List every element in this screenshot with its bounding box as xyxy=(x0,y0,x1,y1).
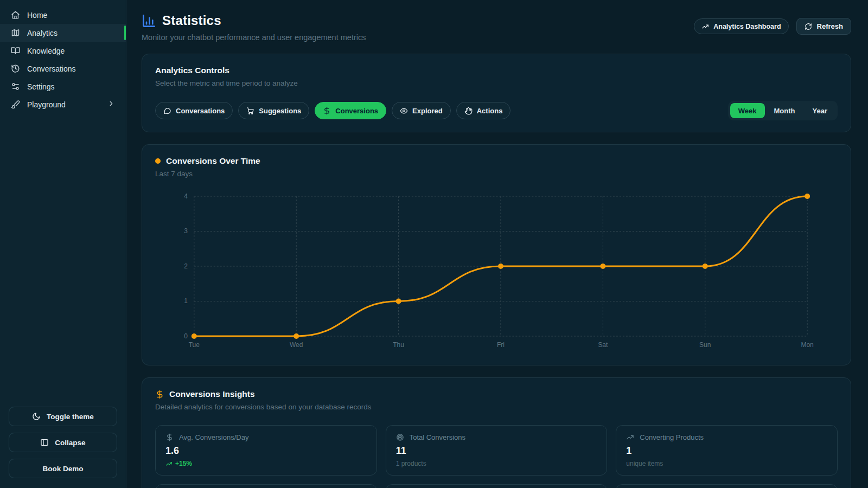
home-icon xyxy=(11,10,20,20)
book-demo-label: Book Demo xyxy=(42,465,83,473)
metric-actions-button[interactable]: Actions xyxy=(456,102,511,119)
target-icon xyxy=(396,433,404,441)
period-week-button[interactable]: Week xyxy=(730,103,765,118)
book-open-icon xyxy=(11,46,20,55)
toggle-theme-label: Toggle theme xyxy=(47,413,94,421)
sidebar-item-label: Playground xyxy=(27,100,66,109)
analytics-dashboard-badge[interactable]: Analytics Dashboard xyxy=(694,18,788,34)
svg-text:1: 1 xyxy=(184,297,188,305)
metric-conversions-button[interactable]: Conversions xyxy=(315,102,386,119)
svg-text:Sun: Sun xyxy=(699,341,711,349)
sidebar-item-knowledge[interactable]: Knowledge xyxy=(0,42,126,60)
stat-value: 1 xyxy=(626,445,827,457)
chart-title: Conversions Over Time xyxy=(166,156,260,166)
svg-text:Thu: Thu xyxy=(393,341,404,349)
stats-grid: Avg. Conversions/Day 1.6 +15% Total Conv… xyxy=(155,425,838,488)
panel-left-icon xyxy=(40,438,49,447)
stat-data-range: Data Range xyxy=(616,484,838,488)
bar-chart-icon xyxy=(142,14,156,28)
sidebar-footer: Toggle theme Collapse Book Demo xyxy=(0,407,126,488)
stat-value: 11 xyxy=(396,445,597,457)
moon-icon xyxy=(32,412,41,421)
sidebar-item-playground[interactable]: Playground xyxy=(0,95,126,113)
svg-text:4: 4 xyxy=(184,192,188,200)
stat-converting-sessions: Converting Sessions xyxy=(155,484,377,488)
controls-title: Analytics Controls xyxy=(155,66,838,75)
chevron-right-icon xyxy=(107,100,115,109)
sidebar-item-home[interactable]: Home xyxy=(0,6,126,24)
badge-label: Analytics Dashboard xyxy=(713,23,781,30)
page-header: Statistics Monitor your chatbot performa… xyxy=(142,13,851,42)
trending-up-icon xyxy=(701,23,709,30)
chart-subtitle: Last 7 days xyxy=(155,170,838,178)
sidebar-item-label: Conversations xyxy=(27,65,76,73)
svg-text:3: 3 xyxy=(184,227,188,235)
metric-buttons: Conversations Suggestions Conversions Ex… xyxy=(155,102,510,119)
svg-text:0: 0 xyxy=(184,332,188,340)
settings-icon xyxy=(11,82,20,91)
svg-text:Tue: Tue xyxy=(189,341,200,349)
trending-up-icon xyxy=(626,433,634,441)
stat-converting-products: Converting Products 1 unique items xyxy=(616,425,838,476)
stat-conversion-rate: Conversion Rate xyxy=(386,484,608,488)
svg-text:Mon: Mon xyxy=(801,341,813,349)
series-color-dot xyxy=(155,158,161,164)
chart-card: Conversions Over Time Last 7 days 01234T… xyxy=(142,144,851,365)
toggle-theme-button[interactable]: Toggle theme xyxy=(9,407,117,426)
stat-sub: unique items xyxy=(626,460,827,467)
hand-icon xyxy=(464,107,473,115)
svg-text:Sat: Sat xyxy=(598,341,608,349)
metric-suggestions-button[interactable]: Suggestions xyxy=(238,102,309,119)
stat-sub: 1 products xyxy=(396,460,597,467)
svg-text:2: 2 xyxy=(184,262,188,270)
conversions-line-chart: 01234TueWedThuFriSatSunMon xyxy=(155,184,838,354)
period-month-button[interactable]: Month xyxy=(766,103,803,118)
history-icon xyxy=(11,64,20,73)
shopping-cart-icon xyxy=(246,107,254,115)
eye-icon xyxy=(400,107,408,115)
period-toggle: Week Month Year xyxy=(728,101,838,120)
sidebar-item-conversations[interactable]: Conversations xyxy=(0,60,126,78)
refresh-button[interactable]: Refresh xyxy=(796,18,851,35)
page-title: Statistics xyxy=(162,13,221,28)
page-subtitle: Monitor your chatbot performance and use… xyxy=(142,33,366,42)
collapse-label: Collapse xyxy=(55,439,85,447)
paintbrush-icon xyxy=(11,100,20,109)
map-icon xyxy=(11,28,20,37)
insights-title: Conversions Insights xyxy=(169,389,255,399)
stat-value: 1.6 xyxy=(165,445,367,457)
sidebar-item-label: Knowledge xyxy=(27,47,65,55)
insights-subtitle: Detailed analytics for conversions based… xyxy=(155,403,838,411)
svg-text:Wed: Wed xyxy=(290,341,303,349)
svg-text:Fri: Fri xyxy=(497,341,505,349)
dollar-sign-icon xyxy=(323,107,331,115)
trending-up-icon xyxy=(165,460,173,467)
sidebar-item-label: Analytics xyxy=(27,29,58,37)
stat-avg-conversions: Avg. Conversions/Day 1.6 +15% xyxy=(155,425,377,476)
stat-total-conversions: Total Conversions 11 1 products xyxy=(386,425,608,476)
book-demo-button[interactable]: Book Demo xyxy=(9,459,117,478)
controls-subtitle: Select the metric and time period to ana… xyxy=(155,79,838,87)
conversions-insights-card: Conversions Insights Detailed analytics … xyxy=(142,377,851,488)
analytics-controls-card: Analytics Controls Select the metric and… xyxy=(142,54,851,132)
sidebar-item-settings[interactable]: Settings xyxy=(0,78,126,95)
app-root: Home Analytics Knowledge Conversations S… xyxy=(0,0,868,488)
sidebar-item-label: Settings xyxy=(27,82,55,91)
stat-delta: +15% xyxy=(165,460,367,467)
refresh-icon xyxy=(805,23,812,30)
sidebar-item-analytics[interactable]: Analytics xyxy=(0,24,126,42)
period-year-button[interactable]: Year xyxy=(805,103,835,118)
main-content: Statistics Monitor your chatbot performa… xyxy=(126,0,868,488)
metric-conversations-button[interactable]: Conversations xyxy=(155,102,233,119)
dollar-sign-icon xyxy=(155,390,164,399)
collapse-button[interactable]: Collapse xyxy=(9,433,117,452)
sidebar-nav: Home Analytics Knowledge Conversations S… xyxy=(0,6,126,113)
sidebar-item-label: Home xyxy=(27,11,47,20)
sidebar: Home Analytics Knowledge Conversations S… xyxy=(0,0,126,488)
message-circle-icon xyxy=(163,107,171,115)
dollar-sign-icon xyxy=(165,433,174,441)
refresh-label: Refresh xyxy=(817,22,843,30)
metric-explored-button[interactable]: Explored xyxy=(392,102,451,119)
